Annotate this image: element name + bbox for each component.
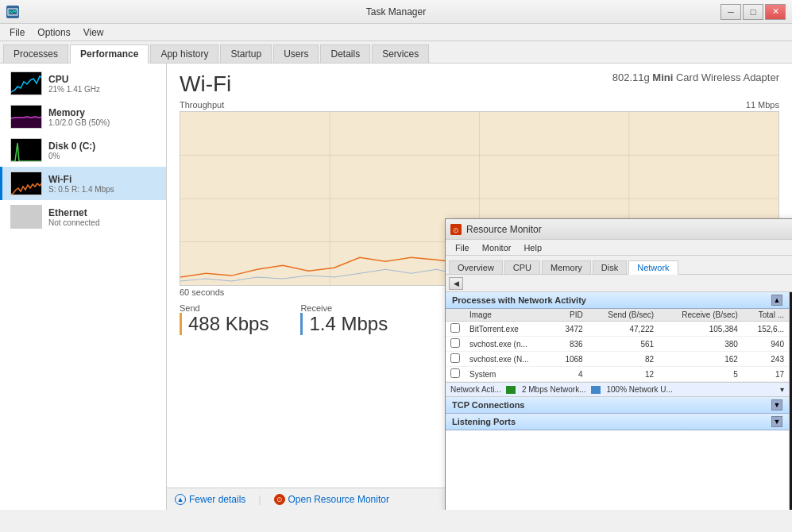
rm-tab-memory[interactable]: Memory xyxy=(542,260,591,274)
adapter-suffix: Card Wireless Adapter xyxy=(676,71,779,83)
sidebar-item-disk[interactable]: Disk 0 (C:) 0% xyxy=(0,133,166,167)
sidebar-item-wifi[interactable]: Wi-Fi S: 0.5 R: 1.4 Mbps xyxy=(0,167,166,200)
tab-processes[interactable]: Processes xyxy=(3,44,68,63)
sidebar-item-cpu[interactable]: CPU 21% 1.41 GHz xyxy=(0,67,166,100)
fewer-details-button[interactable]: ▲ Fewer details xyxy=(175,494,245,505)
restore-button[interactable]: □ xyxy=(743,4,763,20)
table-row[interactable]: svchost.exe (N... 1068 82 162 243 xyxy=(446,352,789,367)
td-check[interactable] xyxy=(446,337,465,352)
fewer-details-label: Fewer details xyxy=(189,494,245,505)
td-pid: 4 xyxy=(553,367,588,382)
td-send: 12 xyxy=(588,367,659,382)
rm-network-processes-title: Processes with Network Activity xyxy=(452,295,586,305)
network-acti-label: Network Acti... xyxy=(450,385,501,394)
ethernet-info: Ethernet Not connected xyxy=(48,207,158,227)
rm-menu-file[interactable]: File xyxy=(449,242,476,253)
td-check[interactable] xyxy=(446,367,465,382)
td-receive: 380 xyxy=(659,337,743,352)
tab-services[interactable]: Services xyxy=(372,44,429,63)
graph-label-row: Throughput 11 Mbps xyxy=(180,100,779,110)
td-receive: 162 xyxy=(659,352,743,367)
rm-network-acti-row[interactable]: Network Acti... 2 Mbps Network... 100% N… xyxy=(446,382,789,397)
td-pid: 836 xyxy=(553,337,588,352)
th-receive[interactable]: Receive (B/sec) xyxy=(659,309,743,322)
rm-network-processes-header[interactable]: Processes with Network Activity ▲ xyxy=(446,292,789,309)
resource-monitor-window: ⊙ Resource Monitor ─ □ ✕ File Monitor He… xyxy=(445,218,792,510)
row-checkbox[interactable] xyxy=(450,338,460,348)
table-row[interactable]: BitTorrent.exe 3472 47,222 105,384 152,6… xyxy=(446,322,789,337)
minimize-button[interactable]: ─ xyxy=(721,4,741,20)
tab-startup[interactable]: Startup xyxy=(220,44,272,63)
tab-bar: Processes Performance App history Startu… xyxy=(0,41,792,64)
rm-network-processes-toggle[interactable]: ▲ xyxy=(771,295,782,306)
ethernet-detail: Not connected xyxy=(48,218,158,227)
td-check[interactable] xyxy=(446,352,465,367)
close-button[interactable]: ✕ xyxy=(765,4,786,20)
tab-details[interactable]: Details xyxy=(320,44,370,63)
menu-file[interactable]: File xyxy=(3,25,31,40)
network-acti-toggle[interactable]: ▾ xyxy=(780,385,784,394)
td-send: 561 xyxy=(588,337,659,352)
rm-back-button[interactable]: ◀ xyxy=(449,277,463,290)
disk-graph-icon xyxy=(10,138,42,162)
wifi-graph-icon xyxy=(10,172,42,195)
td-image: svchost.exe (n... xyxy=(465,337,553,352)
rm-tab-network[interactable]: Network xyxy=(628,260,678,275)
row-checkbox[interactable] xyxy=(450,353,460,363)
fewer-details-icon: ▲ xyxy=(175,494,186,505)
rm-tcp-toggle[interactable]: ▼ xyxy=(771,399,782,411)
row-checkbox[interactable] xyxy=(450,323,460,333)
th-image[interactable]: Image xyxy=(465,309,553,322)
rm-title-left: ⊙ Resource Monitor xyxy=(450,224,542,235)
table-row[interactable]: System 4 12 5 17 xyxy=(446,367,789,382)
rm-listening-toggle[interactable]: ▼ xyxy=(771,416,782,427)
tab-app-history[interactable]: App history xyxy=(150,44,218,63)
svg-rect-7 xyxy=(11,206,42,229)
table-row[interactable]: svchost.exe (n... 836 561 380 940 xyxy=(446,337,789,352)
th-total[interactable]: Total ... xyxy=(743,309,789,322)
td-pid: 1068 xyxy=(553,352,588,367)
td-send: 82 xyxy=(588,352,659,367)
rm-tab-disk[interactable]: Disk xyxy=(593,260,627,274)
rm-listening-section[interactable]: Listening Ports ▼ xyxy=(446,414,789,430)
rm-title-bar: ⊙ Resource Monitor ─ □ ✕ xyxy=(446,219,792,240)
td-pid: 3472 xyxy=(553,322,588,337)
td-check[interactable] xyxy=(446,322,465,337)
th-pid[interactable]: PID xyxy=(553,309,588,322)
wifi-detail: S: 0.5 R: 1.4 Mbps xyxy=(48,185,158,194)
tab-users[interactable]: Users xyxy=(273,44,319,63)
td-total: 17 xyxy=(743,367,789,382)
legend-green xyxy=(506,386,516,394)
max-label: 11 Mbps xyxy=(746,100,779,110)
send-label: Send xyxy=(180,303,269,313)
app-icon xyxy=(6,6,19,18)
sidebar-item-memory[interactable]: Memory 1.0/2.0 GB (50%) xyxy=(0,100,166,133)
rm-process-table: Image PID Send (B/sec) Receive (B/sec) T… xyxy=(446,309,789,382)
disk-info: Disk 0 (C:) 0% xyxy=(48,141,158,160)
receive-stat: Receive 1.4 Mbps xyxy=(300,303,388,335)
menu-view[interactable]: View xyxy=(77,25,110,40)
td-send: 47,222 xyxy=(588,322,659,337)
rm-tab-overview[interactable]: Overview xyxy=(449,260,503,274)
svg-rect-4 xyxy=(11,118,42,129)
memory-info: Memory 1.0/2.0 GB (50%) xyxy=(48,107,158,127)
td-image: svchost.exe (N... xyxy=(465,352,553,367)
rm-left-panel: Processes with Network Activity ▲ Image … xyxy=(446,292,790,510)
title-bar-left xyxy=(6,6,19,18)
rm-content: Processes with Network Activity ▲ Image … xyxy=(446,292,792,510)
rm-tab-cpu[interactable]: CPU xyxy=(504,260,540,274)
rm-menu: File Monitor Help xyxy=(446,240,792,256)
adapter-bold: Mini xyxy=(652,71,673,83)
rm-menu-help[interactable]: Help xyxy=(517,242,548,253)
wifi-name: Wi-Fi xyxy=(48,174,158,185)
menu-options[interactable]: Options xyxy=(31,25,76,40)
legend-blue-label: 100% Network U... xyxy=(607,385,673,394)
th-send[interactable]: Send (B/sec) xyxy=(588,309,659,322)
rm-menu-monitor[interactable]: Monitor xyxy=(476,242,518,253)
open-resource-monitor-button[interactable]: ⊙ Open Resource Monitor xyxy=(274,494,389,505)
rm-tcp-section[interactable]: TCP Connections ▼ xyxy=(446,397,789,414)
tab-performance[interactable]: Performance xyxy=(70,44,149,64)
row-checkbox[interactable] xyxy=(450,368,460,378)
sidebar-item-ethernet[interactable]: Ethernet Not connected xyxy=(0,200,166,233)
send-stat: Send 488 Kbps xyxy=(180,303,269,335)
